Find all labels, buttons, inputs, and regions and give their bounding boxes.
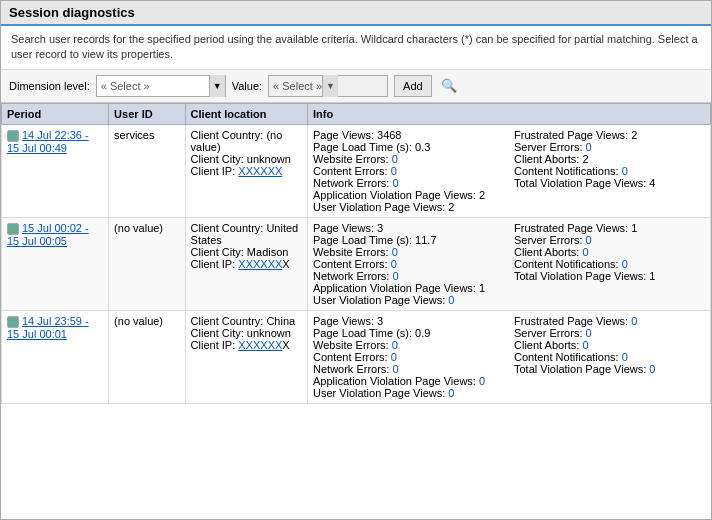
info-app-violation: Application Violation Page Views: 1	[313, 282, 504, 294]
table-header-row: Period User ID Client location Info	[2, 103, 711, 124]
location-country: Client Country: United States	[191, 222, 302, 246]
info-frustrated: Frustrated Page Views: 0	[514, 315, 705, 327]
info-cell: Page Views: 3468 Frustrated Page Views: …	[308, 124, 711, 217]
row-icon	[7, 316, 19, 328]
period-cell: 15 Jul 00:02 - 15 Jul 00:05	[2, 217, 109, 310]
value-select-arrow: ▼	[322, 75, 338, 97]
description: Search user records for the specified pe…	[1, 26, 711, 70]
location-city: Client City: unknown	[191, 153, 302, 165]
table-scroll[interactable]: Period User ID Client location Info 14 J…	[1, 103, 711, 519]
info-client-aborts: Client Aborts: 2	[514, 153, 705, 165]
info-user-violation: User Violation Page Views: 2	[313, 201, 504, 213]
info-server-errors: Server Errors: 0	[514, 141, 705, 153]
ip-link[interactable]: XXXXXX	[238, 165, 282, 177]
location-ip: Client IP: XXXXXXX	[191, 258, 302, 270]
col-header-info: Info	[308, 103, 711, 124]
location-cell: Client Country: United States Client Cit…	[185, 217, 307, 310]
userid-cell: (no value)	[109, 310, 186, 403]
info-grid: Page Views: 3 Frustrated Page Views: 0 P…	[313, 315, 705, 399]
info-grid: Page Views: 3 Frustrated Page Views: 1 P…	[313, 222, 705, 306]
location-ip: Client IP: XXXXXXX	[191, 339, 302, 351]
dimension-select-arrow: ▼	[209, 75, 225, 97]
info-page-views: Page Views: 3	[313, 222, 504, 234]
page-title: Session diagnostics	[9, 5, 703, 20]
location-cell: Client Country: (no value) Client City: …	[185, 124, 307, 217]
col-header-location: Client location	[185, 103, 307, 124]
title-bar: Session diagnostics	[1, 1, 711, 26]
userid-cell: (no value)	[109, 217, 186, 310]
info-page-load: Page Load Time (s): 11.7	[313, 234, 504, 246]
info-total-violation: Total Violation Page Views: 1	[514, 270, 705, 282]
info-app-violation: Application Violation Page Views: 0	[313, 375, 504, 387]
col-header-userid: User ID	[109, 103, 186, 124]
table-row: 15 Jul 00:02 - 15 Jul 00:05(no value)Cli…	[2, 217, 711, 310]
info-network-errors: Network Errors: 0	[313, 363, 504, 375]
info-page-views: Page Views: 3468	[313, 129, 504, 141]
period-link[interactable]: 14 Jul 23:59 - 15 Jul 00:01	[7, 315, 89, 340]
table-row: 14 Jul 23:59 - 15 Jul 00:01(no value)Cli…	[2, 310, 711, 403]
info-cell: Page Views: 3 Frustrated Page Views: 0 P…	[308, 310, 711, 403]
info-website-errors: Website Errors: 0	[313, 339, 504, 351]
info-content-notifications: Content Notifications: 0	[514, 258, 705, 270]
info-spacer	[514, 189, 705, 201]
info-user-violation: User Violation Page Views: 0	[313, 294, 504, 306]
info-website-errors: Website Errors: 0	[313, 153, 504, 165]
info-network-errors: Network Errors: 0	[313, 177, 504, 189]
table-row: 14 Jul 22:36 - 15 Jul 00:49servicesClien…	[2, 124, 711, 217]
ip-link[interactable]: XXXXXX	[238, 339, 282, 351]
filter-bar: Dimension level: « Select » ▼ Value: « S…	[1, 70, 711, 103]
info-frustrated: Frustrated Page Views: 2	[514, 129, 705, 141]
info-content-notifications: Content Notifications: 0	[514, 165, 705, 177]
info-content-notifications: Content Notifications: 0	[514, 351, 705, 363]
dimension-label: Dimension level:	[9, 80, 90, 92]
row-icon	[7, 223, 19, 235]
info-app-violation: Application Violation Page Views: 2	[313, 189, 504, 201]
info-cell: Page Views: 3 Frustrated Page Views: 1 P…	[308, 217, 711, 310]
info-total-violation: Total Violation Page Views: 4	[514, 177, 705, 189]
info-page-load: Page Load Time (s): 0.9	[313, 327, 504, 339]
info-network-errors: Network Errors: 0	[313, 270, 504, 282]
location-country: Client Country: China	[191, 315, 302, 327]
search-icon[interactable]: 🔍	[438, 75, 460, 97]
period-cell: 14 Jul 22:36 - 15 Jul 00:49	[2, 124, 109, 217]
userid-cell: services	[109, 124, 186, 217]
info-user-violation: User Violation Page Views: 0	[313, 387, 504, 399]
info-page-views: Page Views: 3	[313, 315, 504, 327]
period-cell: 14 Jul 23:59 - 15 Jul 00:01	[2, 310, 109, 403]
info-content-errors: Content Errors: 0	[313, 351, 504, 363]
info-content-errors: Content Errors: 0	[313, 258, 504, 270]
location-city: Client City: Madison	[191, 246, 302, 258]
value-select[interactable]: « Select » ▼	[268, 75, 388, 97]
info-spacer	[514, 282, 705, 294]
location-city: Client City: unknown	[191, 327, 302, 339]
info-website-errors: Website Errors: 0	[313, 246, 504, 258]
period-link[interactable]: 14 Jul 22:36 - 15 Jul 00:49	[7, 129, 89, 154]
table-container: Period User ID Client location Info 14 J…	[1, 103, 711, 519]
value-label: Value:	[232, 80, 262, 92]
info-content-errors: Content Errors: 0	[313, 165, 504, 177]
info-spacer	[514, 375, 705, 387]
period-link[interactable]: 15 Jul 00:02 - 15 Jul 00:05	[7, 222, 89, 247]
info-frustrated: Frustrated Page Views: 1	[514, 222, 705, 234]
location-ip: Client IP: XXXXXX	[191, 165, 302, 177]
location-cell: Client Country: China Client City: unkno…	[185, 310, 307, 403]
info-server-errors: Server Errors: 0	[514, 234, 705, 246]
data-table: Period User ID Client location Info 14 J…	[1, 103, 711, 404]
add-button[interactable]: Add	[394, 75, 432, 97]
info-server-errors: Server Errors: 0	[514, 327, 705, 339]
info-page-load: Page Load Time (s): 0.3	[313, 141, 504, 153]
dimension-select[interactable]: « Select » ▼	[96, 75, 226, 97]
info-client-aborts: Client Aborts: 0	[514, 246, 705, 258]
info-grid: Page Views: 3468 Frustrated Page Views: …	[313, 129, 705, 213]
value-select-value: « Select »	[273, 80, 322, 92]
row-icon	[7, 130, 19, 142]
info-total-violation: Total Violation Page Views: 0	[514, 363, 705, 375]
dimension-select-value: « Select »	[101, 80, 209, 92]
location-country: Client Country: (no value)	[191, 129, 302, 153]
ip-link[interactable]: XXXXXX	[238, 258, 282, 270]
col-header-period: Period	[2, 103, 109, 124]
info-client-aborts: Client Aborts: 0	[514, 339, 705, 351]
